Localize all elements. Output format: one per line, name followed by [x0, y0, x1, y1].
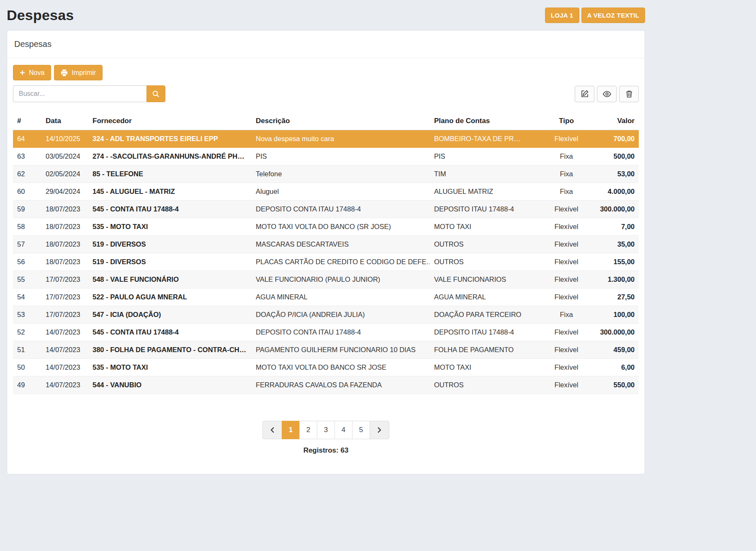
toolbar: Nova Imprimir: [13, 65, 639, 80]
table-row[interactable]: 5417/07/2023522 - PAULO AGUA MNERALAGUA …: [13, 288, 639, 306]
cell-plano: OUTROS: [430, 236, 544, 253]
column-header-tipo: Tipo: [544, 112, 589, 130]
store-button-loja-1[interactable]: LOJA 1: [545, 8, 579, 23]
cell-descricao: DEPOSITO CONTA ITAU 17488-4: [252, 324, 430, 341]
table-row[interactable]: 5517/07/2023548 - VALE FUNCIONÁRIOVALE F…: [13, 271, 639, 288]
cell-plano: DOAÇÃO PARA TERCEIRO: [430, 306, 544, 324]
cell-valor: 550,00: [589, 376, 639, 394]
cell-id: 57: [13, 236, 41, 253]
cell-descricao: Telefone: [252, 165, 430, 183]
nova-button[interactable]: Nova: [13, 65, 51, 80]
chevron-right-icon: [377, 427, 382, 433]
cell-fornecedor: 519 - DIVERSOS: [88, 236, 252, 253]
cell-descricao: PAGAMENTO GUILHERM FUNCIONARIO 10 DIAS: [252, 341, 430, 359]
pagination-page-2[interactable]: 2: [299, 421, 317, 439]
cell-tipo: Flexível: [544, 341, 589, 359]
cell-tipo: Fixa: [544, 306, 589, 324]
cell-data: 18/07/2023: [41, 201, 88, 218]
edit-button[interactable]: [575, 86, 594, 102]
pagination-page-3[interactable]: 3: [317, 421, 335, 439]
cell-fornecedor: 545 - CONTA ITAU 17488-4: [88, 324, 252, 341]
cell-tipo: Flexível: [544, 288, 589, 306]
table-row[interactable]: 5014/07/2023535 - MOTO TAXIMOTO TAXI VOL…: [13, 359, 639, 376]
search-group: [13, 85, 165, 102]
cell-fornecedor: 522 - PAULO AGUA MNERAL: [88, 288, 252, 306]
cell-data: 14/07/2023: [41, 359, 88, 376]
imprimir-button[interactable]: Imprimir: [54, 65, 103, 80]
pagination: 12345: [13, 421, 639, 439]
expenses-table: #DataFornecedorDescriçãoPlano de ContasT…: [13, 112, 639, 394]
cell-descricao: Aluguel: [252, 183, 430, 201]
table-row[interactable]: 5114/07/2023380 - FOLHA DE PAGAMENTO - C…: [13, 341, 639, 359]
cell-data: 14/07/2023: [41, 376, 88, 394]
cell-valor: 100,00: [589, 306, 639, 324]
cell-valor: 53,00: [589, 165, 639, 183]
cell-plano: DEPOSITO ITAU 17488-4: [430, 201, 544, 218]
view-button[interactable]: [597, 86, 617, 102]
cell-fornecedor: 535 - MOTO TAXI: [88, 359, 252, 376]
table-row[interactable]: 6202/05/202485 - TELEFONETelefoneTIMFixa…: [13, 165, 639, 183]
cell-id: 54: [13, 288, 41, 306]
cell-tipo: Flexível: [544, 130, 589, 148]
cell-data: 02/05/2024: [41, 165, 88, 183]
pagination-page-1[interactable]: 1: [282, 421, 300, 439]
cell-id: 59: [13, 201, 41, 218]
cell-fornecedor: 380 - FOLHA DE PAGAMENTO - CONTRA-CH…: [88, 341, 252, 359]
chevron-left-icon: [270, 427, 275, 433]
cell-plano: ALUGUEL MATRIZ: [430, 183, 544, 201]
table-row[interactable]: 5317/07/2023547 - ICIA (DOAÇÃO)DOAÇÃO P/…: [13, 306, 639, 324]
cell-plano: BOMBEIRO-TAXA DE PR…: [430, 130, 544, 148]
column-header-valor: Valor: [589, 112, 639, 130]
pagination-page-5[interactable]: 5: [352, 421, 370, 439]
cell-plano: AGUA MINERAL: [430, 288, 544, 306]
cell-data: 29/04/2024: [41, 183, 88, 201]
controls-row: [13, 85, 639, 102]
edit-icon: [581, 90, 589, 98]
table-row[interactable]: 5214/07/2023545 - CONTA ITAU 17488-4DEPO…: [13, 324, 639, 341]
cell-plano: DEPOSITO ITAU 17488-4: [430, 324, 544, 341]
table-row[interactable]: 5918/07/2023545 - CONTA ITAU 17488-4DEPO…: [13, 201, 639, 218]
cell-id: 60: [13, 183, 41, 201]
cell-plano: FOLHA DE PAGAMENTO: [430, 341, 544, 359]
cell-tipo: Flexível: [544, 376, 589, 394]
cell-data: 18/07/2023: [41, 253, 88, 271]
cell-tipo: Flexível: [544, 271, 589, 288]
table-row[interactable]: 6303/05/2024274 - -SACOLITAS-GARANHUNS-A…: [13, 148, 639, 165]
table-row[interactable]: 5718/07/2023519 - DIVERSOSMASCARAS DESCA…: [13, 236, 639, 253]
pagination-next-button[interactable]: [370, 421, 389, 439]
cell-descricao: MASCARAS DESCARTAVEIS: [252, 236, 430, 253]
page-header: Despesas LOJA 1 A VELOZ TEXTIL: [7, 0, 645, 30]
imprimir-button-label: Imprimir: [72, 69, 96, 77]
table-row[interactable]: 6414/10/2025324 - ADL TRANSPORTES EIRELI…: [13, 130, 639, 148]
table-row[interactable]: 5618/07/2023519 - DIVERSOSPLACAS CARTÃO …: [13, 253, 639, 271]
cell-fornecedor: 548 - VALE FUNCIONÁRIO: [88, 271, 252, 288]
table-row[interactable]: 4914/07/2023544 - VANUBIOFERRADURAS CAVA…: [13, 376, 639, 394]
search-input[interactable]: [13, 85, 147, 102]
cell-plano: VALE FUNCIONARIOS: [430, 271, 544, 288]
cell-data: 17/07/2023: [41, 306, 88, 324]
table-row[interactable]: 6029/04/2024145 - ALUGUEL - MATRIZAlugue…: [13, 183, 639, 201]
store-button-a-veloz-textil[interactable]: A VELOZ TEXTIL: [581, 8, 645, 23]
pagination-prev-button[interactable]: [262, 421, 282, 439]
cell-fornecedor: 535 - MOTO TAXI: [88, 218, 252, 236]
header-buttons: LOJA 1 A VELOZ TEXTIL: [545, 8, 645, 23]
search-icon: [152, 90, 159, 98]
action-buttons: [575, 86, 639, 102]
cell-id: 49: [13, 376, 41, 394]
cell-plano: TIM: [430, 165, 544, 183]
column-header-plano: Plano de Contas: [430, 112, 544, 130]
cell-fornecedor: 545 - CONTA ITAU 17488-4: [88, 201, 252, 218]
cell-tipo: Flexível: [544, 324, 589, 341]
cell-id: 63: [13, 148, 41, 165]
search-button[interactable]: [147, 85, 165, 102]
cell-valor: 1.300,00: [589, 271, 639, 288]
table-body: 6414/10/2025324 - ADL TRANSPORTES EIRELI…: [13, 130, 639, 394]
cell-data: 18/07/2023: [41, 236, 88, 253]
delete-button[interactable]: [619, 86, 639, 102]
cell-plano: MOTO TAXI: [430, 218, 544, 236]
table-row[interactable]: 5818/07/2023535 - MOTO TAXIMOTO TAXI VOL…: [13, 218, 639, 236]
cell-descricao: DOAÇÃO P/ICIA (ANDREIA JULIA): [252, 306, 430, 324]
cell-data: 18/07/2023: [41, 218, 88, 236]
pagination-page-4[interactable]: 4: [334, 421, 352, 439]
cell-plano: MOTO TAXI: [430, 359, 544, 376]
